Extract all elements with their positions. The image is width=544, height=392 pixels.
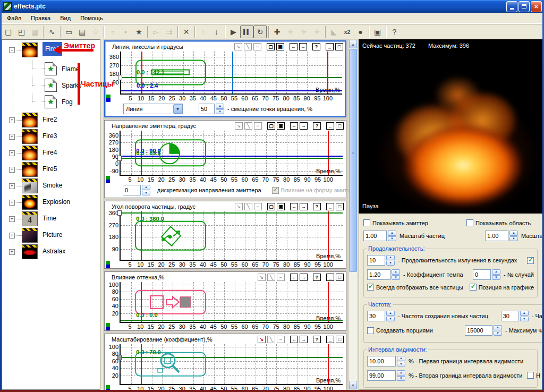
spin-down-icon[interactable]: ▼ (392, 275, 400, 280)
setting-checkbox-box[interactable] (367, 327, 374, 334)
help-icon[interactable]: ? (313, 274, 321, 281)
charts-scrollbar[interactable]: ▲ ▼ (348, 39, 358, 390)
maximize-icon[interactable]: □ (335, 43, 343, 50)
display-checkbox-1-box[interactable] (466, 219, 473, 226)
scale-1-value[interactable]: 1.00 (485, 231, 508, 241)
picture-icon[interactable]: ▣ (371, 25, 384, 38)
tree-expander[interactable]: + (9, 117, 15, 123)
next-icon[interactable]: → (300, 203, 308, 210)
spin-up-icon[interactable]: ▲ (388, 231, 396, 236)
setting-checkbox-box[interactable] (527, 257, 534, 264)
select-move-icon[interactable]: ▣ (277, 122, 285, 130)
new-document-icon[interactable]: ▢ (2, 25, 15, 38)
spin-down-icon[interactable]: ▼ (520, 317, 529, 322)
setting-checkbox-box[interactable] (470, 284, 477, 291)
time-marker[interactable] (327, 52, 328, 93)
tree-row-time[interactable]: +Time (2, 211, 100, 227)
setting-spin-value[interactable]: 10 (367, 255, 385, 266)
setting-spin-value[interactable]: 30 (501, 311, 519, 321)
chart-spin-spinner[interactable]: ▲▼ (142, 185, 150, 195)
restore-button[interactable] (518, 1, 530, 12)
setting-spin-value[interactable]: 1.20 (367, 269, 390, 280)
next-icon[interactable]: → (300, 122, 308, 130)
select-move-icon[interactable]: ▣ (277, 203, 285, 210)
spin-up-icon[interactable]: ▲ (520, 311, 529, 316)
line-handle[interactable] (117, 355, 122, 360)
x2-icon[interactable]: x2 (341, 25, 354, 38)
tree-expander[interactable]: + (9, 233, 15, 238)
time-marker[interactable] (328, 131, 329, 175)
tree-expander[interactable]: − (9, 47, 15, 53)
next-icon[interactable]: → (299, 43, 307, 50)
spin-down-icon[interactable]: ▼ (142, 191, 150, 196)
minimize-icon[interactable]: _ (326, 274, 334, 281)
menu-item-1[interactable]: Правка (26, 13, 55, 23)
spin-up-icon[interactable]: ▲ (386, 311, 395, 316)
spin-up-icon[interactable]: ▲ (509, 231, 518, 236)
spin-down-icon[interactable]: ▼ (388, 236, 396, 242)
setting-spin-spinner[interactable]: ▲▼ (492, 269, 500, 280)
menu-item-3[interactable]: Помощь (75, 13, 108, 23)
time-marker[interactable] (328, 211, 329, 260)
setting-spin-value[interactable]: 0 (473, 269, 491, 280)
chart-spin-value[interactable]: 0 (123, 185, 141, 195)
spin-up-icon[interactable]: ▲ (397, 356, 405, 361)
prev-icon[interactable]: ← (290, 274, 298, 281)
spin-down-icon[interactable]: ▼ (509, 236, 518, 242)
scroll-up-button[interactable]: ▲ (349, 40, 357, 48)
tree-expander[interactable]: + (9, 183, 15, 189)
setting-spin-value[interactable]: 99.00 (367, 370, 396, 381)
setting-spin-spinner[interactable]: ▲▼ (392, 269, 400, 280)
prev-icon[interactable]: ← (290, 203, 298, 210)
spin-down-icon[interactable]: ▼ (386, 261, 395, 266)
setting-spin-value[interactable]: 30 (367, 311, 385, 321)
scroll-down-button[interactable]: ▼ (349, 381, 357, 389)
delete-icon[interactable]: ✕ (180, 25, 193, 38)
maximize-icon[interactable]: □ (336, 122, 344, 130)
setting-checkbox-box[interactable] (367, 284, 374, 291)
line-handle[interactable] (118, 75, 122, 80)
tree-row-fire3[interactable]: +Fire3 (2, 129, 100, 144)
spin-down-icon[interactable]: ▼ (494, 331, 502, 336)
next-icon[interactable]: → (300, 274, 308, 281)
tree-expander[interactable]: + (9, 249, 15, 255)
time-marker[interactable] (328, 282, 329, 322)
scale-1-spinner[interactable]: ▲▼ (509, 231, 518, 241)
scale-0-spinner[interactable]: ▲▼ (388, 231, 396, 241)
tree-expander[interactable]: + (9, 134, 15, 140)
maximize-icon[interactable]: □ (336, 203, 344, 210)
value-line[interactable] (121, 90, 342, 91)
prev-icon[interactable]: ← (290, 43, 298, 50)
tree-row-fire2[interactable]: +Fire2 (2, 112, 100, 128)
chart-spin-spinner[interactable]: ▲▼ (216, 104, 224, 114)
line-handle[interactable] (117, 210, 122, 216)
setting-spin-value[interactable]: 15000 (465, 325, 492, 336)
scroll-thumb[interactable] (349, 49, 357, 272)
tree-expander[interactable]: + (9, 200, 15, 206)
minimize-button[interactable] (506, 1, 517, 12)
tree-row-picture[interactable]: +Picture (2, 227, 100, 243)
value-line[interactable] (121, 320, 343, 321)
line-handle[interactable] (117, 156, 122, 161)
select-frame-icon[interactable]: ▢ (267, 43, 275, 50)
minimize-icon[interactable]: _ (326, 43, 334, 50)
spin-down-icon[interactable]: ▼ (216, 109, 224, 115)
display-checkbox-0-box[interactable] (363, 219, 370, 226)
next-icon[interactable]: → (300, 336, 308, 343)
setting-spin-spinner[interactable]: ▲▼ (386, 255, 395, 266)
help-icon[interactable]: ? (388, 25, 401, 38)
select-frame-icon[interactable]: ▢ (267, 122, 275, 130)
spin-up-icon[interactable]: ▲ (216, 104, 224, 109)
close-button[interactable]: ✕ (531, 1, 542, 12)
pause-icon[interactable]: ▌▌ (240, 25, 253, 38)
circle-icon[interactable]: ● (354, 25, 367, 38)
spin-up-icon[interactable]: ▲ (386, 255, 395, 260)
help-icon[interactable]: ? (313, 336, 321, 343)
tree-row-flame[interactable]: ★Flame (2, 61, 100, 77)
help-icon[interactable]: ? (312, 43, 320, 50)
setting-spin-spinner[interactable]: ▲▼ (520, 311, 529, 321)
spin-up-icon[interactable]: ▲ (142, 185, 150, 190)
play-icon[interactable]: ▶ (227, 25, 240, 38)
time-marker[interactable] (232, 52, 233, 93)
spin-up-icon[interactable]: ▲ (392, 269, 400, 275)
